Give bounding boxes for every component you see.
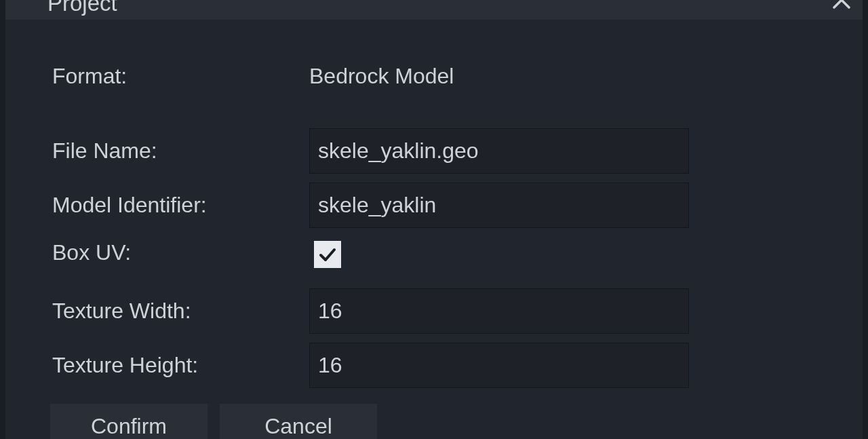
texture-width-input[interactable] [309,288,689,334]
texture-width-label: Texture Width: [5,299,309,324]
dialog-footer: Confirm Cancel [5,397,863,439]
texture-height-row: Texture Height: [5,343,863,388]
dialog-content: Format: Bedrock Model File Name: Model I… [5,20,863,439]
box-uv-label: Box UV: [5,240,309,265]
cancel-button[interactable]: Cancel [220,404,377,439]
texture-height-label: Texture Height: [5,353,309,378]
format-value: Bedrock Model [309,64,454,88]
texture-width-row: Texture Width: [5,288,863,334]
close-icon[interactable] [832,0,851,14]
box-uv-row: Box UV: [5,237,863,268]
model-identifier-label: Model Identifier: [5,193,309,218]
model-identifier-row: Model Identifier: [5,183,863,228]
dialog-title: Project [47,0,117,14]
format-row: Format: Bedrock Model [5,64,863,89]
box-uv-checkbox[interactable] [314,241,341,268]
format-label: Format: [5,64,309,89]
model-identifier-input[interactable] [309,183,689,228]
filename-input[interactable] [309,128,689,174]
project-dialog: Project Format: Bedrock Model File Name:… [5,0,863,439]
texture-height-input[interactable] [309,343,689,388]
check-icon [317,244,338,265]
filename-row: File Name: [5,128,863,174]
filename-label: File Name: [5,138,309,164]
confirm-button[interactable]: Confirm [50,404,208,439]
dialog-header: Project [5,0,863,20]
